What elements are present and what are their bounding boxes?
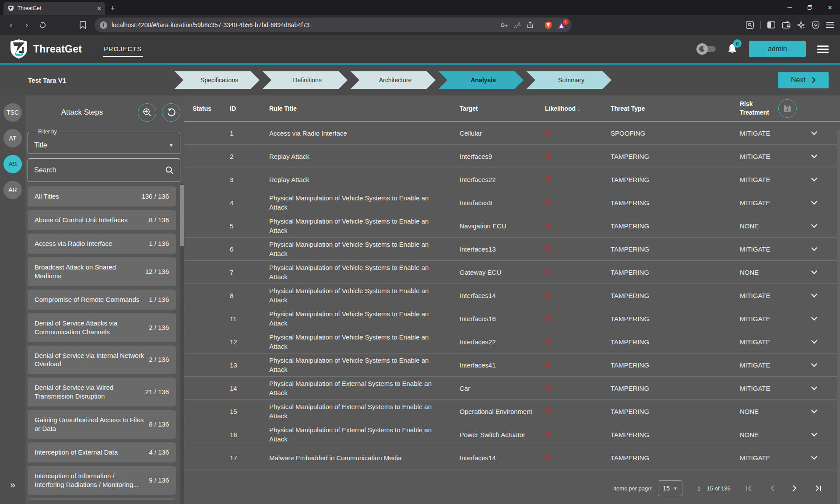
password-key-icon[interactable]	[500, 22, 509, 28]
window-minimize-button[interactable]	[780, 0, 800, 15]
new-tab-button[interactable]: +	[110, 4, 115, 13]
back-button[interactable]: ‹	[4, 18, 18, 32]
forward-button[interactable]: ›	[20, 18, 33, 32]
extension-icon[interactable]: 1	[557, 21, 566, 29]
table-row[interactable]: 13 Physical Manipulation of Vehicle Syst…	[184, 354, 840, 377]
first-page-button[interactable]	[744, 483, 755, 494]
col-threat-type[interactable]: Threat Type	[602, 105, 731, 112]
search-icon[interactable]	[165, 166, 174, 175]
col-likelihood[interactable]: Likelihood ↓	[536, 105, 602, 112]
stepper-step[interactable]: Architecture	[351, 71, 436, 89]
table-row[interactable]: 7 Physical Manipulation of Vehicle Syste…	[184, 261, 840, 284]
table-row[interactable]: 1 Access via Radio Interface Cellular SP…	[184, 122, 840, 145]
app-menu-icon[interactable]	[817, 44, 829, 55]
rail-avatar[interactable]: TSC	[4, 103, 22, 122]
title-filter-item[interactable]: Interception of Internal Data 16 / 136	[28, 498, 176, 500]
table-row[interactable]: 12 Physical Manipulation of Vehicle Syst…	[184, 330, 840, 354]
expand-row-button[interactable]	[788, 456, 840, 460]
expand-row-button[interactable]	[788, 247, 840, 251]
site-info-icon[interactable]: i	[100, 21, 107, 29]
col-rule-title[interactable]: Rule Title	[260, 105, 451, 112]
tab-close-icon[interactable]: ✕	[97, 5, 102, 12]
page-scrollbar[interactable]	[837, 130, 840, 504]
expand-row-button[interactable]	[788, 363, 840, 367]
table-row[interactable]: 4 Physical Manipulation of Vehicle Syste…	[184, 191, 840, 214]
user-menu-button[interactable]: admin	[749, 41, 806, 57]
col-risk-treatment[interactable]: Risk Treatment	[731, 99, 840, 118]
last-page-button[interactable]	[812, 483, 823, 494]
brave-shield-icon[interactable]	[545, 21, 552, 29]
expand-row-button[interactable]	[788, 433, 840, 437]
app-logo[interactable]: ThreatGet	[10, 39, 82, 59]
browser-tab[interactable]: ThreatGet ✕	[4, 2, 105, 15]
window-maximize-button[interactable]	[800, 0, 820, 15]
previous-page-button[interactable]	[766, 483, 778, 494]
expand-row-button[interactable]	[788, 386, 840, 390]
stepper-step[interactable]: Summary	[527, 71, 612, 89]
sidebar-toggle-icon[interactable]	[767, 21, 776, 29]
title-filter-item[interactable]: Compromise of Remote Commands 1 / 136	[28, 290, 176, 310]
title-filter-item[interactable]: Abuse of Control Unit Interfaces 8 / 136	[28, 210, 176, 230]
table-row[interactable]: 17 Malware Embedded in Communication Med…	[184, 446, 840, 469]
expand-row-button[interactable]	[788, 201, 840, 205]
col-id[interactable]: ID	[221, 105, 260, 112]
table-row[interactable]: 6 Physical Manipulation of Vehicle Syste…	[184, 238, 840, 261]
expand-row-button[interactable]	[788, 410, 840, 413]
filter-by-select[interactable]: Filter by Title ▼	[28, 129, 180, 154]
table-row[interactable]: 2 Replay Attack Interfaces9 TAMPERING MI…	[184, 145, 840, 168]
table-row[interactable]: 11 Physical Manipulation of Vehicle Syst…	[184, 307, 840, 330]
search-input[interactable]	[34, 166, 165, 174]
title-filter-item[interactable]: Gaining Unauthorized Access to Files or …	[28, 410, 176, 439]
title-filter-item[interactable]: Interception of External Data 4 / 136	[28, 442, 176, 462]
stepper-step[interactable]: Definitions	[263, 71, 348, 89]
expand-row-button[interactable]	[788, 340, 840, 344]
notifications-button[interactable]: 0	[727, 43, 738, 55]
wallet-icon[interactable]	[782, 21, 791, 29]
title-filter-item[interactable]: Denial of Service via Wired Transmission…	[28, 378, 176, 406]
rail-avatar[interactable]: AS	[4, 155, 22, 173]
rail-avatar[interactable]: AT	[4, 129, 22, 147]
next-page-button[interactable]	[789, 483, 801, 494]
expand-row-button[interactable]	[788, 270, 840, 274]
stepper-step[interactable]: Analysis	[439, 71, 524, 89]
title-filter-item[interactable]: Broadcast Attack on Shared Mediums 12 / …	[28, 257, 176, 286]
title-filter-item[interactable]: Access via Radio Interface 1 / 136	[28, 234, 176, 254]
vpn-shield-icon[interactable]	[812, 21, 820, 29]
translate-icon[interactable]: 文A	[514, 21, 521, 28]
reload-button[interactable]	[36, 18, 49, 32]
window-close-button[interactable]: ✕	[820, 0, 840, 15]
address-bar[interactable]: i localhost:4200/#/tara-iteration/59b8e3…	[95, 18, 572, 32]
rail-avatar[interactable]: AR	[4, 181, 22, 199]
title-filter-item[interactable]: Interception of Information / Interferin…	[28, 466, 176, 495]
save-button[interactable]	[778, 99, 797, 118]
nav-projects[interactable]: PROJECTS	[103, 41, 143, 57]
next-button[interactable]: Next	[778, 72, 829, 88]
expand-rail-icon[interactable]: »	[10, 480, 15, 491]
expand-row-button[interactable]	[788, 154, 840, 158]
dark-mode-toggle[interactable]	[696, 43, 716, 55]
expand-row-button[interactable]	[788, 131, 840, 135]
expand-row-button[interactable]	[788, 178, 840, 182]
reset-filter-button[interactable]	[162, 103, 180, 122]
expand-row-button[interactable]	[788, 224, 840, 228]
bookmark-icon[interactable]	[76, 18, 89, 32]
title-filter-item[interactable]: Denial of Service via Internal Network O…	[28, 346, 176, 374]
col-target[interactable]: Target	[451, 105, 536, 112]
stepper-step[interactable]: Specifications	[175, 71, 260, 89]
expand-row-button[interactable]	[788, 294, 840, 298]
browser-menu-icon[interactable]	[826, 22, 834, 28]
title-filter-item[interactable]: Denial of Service Attacks via Communicat…	[28, 313, 176, 342]
table-row[interactable]: 14 Physical Manipulation of External Sys…	[184, 377, 840, 400]
analyze-button[interactable]	[138, 103, 156, 122]
ai-sparkle-icon[interactable]	[797, 21, 805, 29]
expand-row-button[interactable]	[788, 317, 840, 321]
items-per-page-select[interactable]: 15 ▼	[658, 480, 682, 496]
table-row[interactable]: 15 Physical Manipulation of External Sys…	[184, 400, 840, 423]
search-tabs-icon[interactable]	[745, 21, 754, 29]
table-row[interactable]: 16 Physical Manipulation of External Sys…	[184, 423, 840, 446]
table-row[interactable]: 5 Physical Manipulation of Vehicle Syste…	[184, 214, 840, 238]
panel-scrollbar[interactable]	[180, 184, 184, 504]
share-icon[interactable]	[527, 21, 534, 28]
table-row[interactable]: 3 Replay Attack Interfaces22 TAMPERING M…	[184, 168, 840, 191]
table-row[interactable]: 8 Physical Manipulation of Vehicle Syste…	[184, 284, 840, 307]
